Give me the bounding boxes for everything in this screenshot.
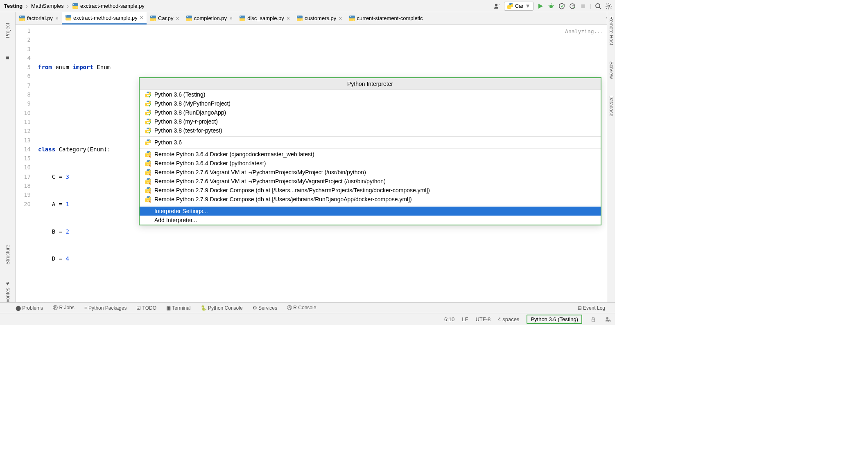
tab-customers[interactable]: customers.py× (293, 12, 346, 25)
project-tool[interactable]: Project (5, 23, 11, 38)
interpreter-option[interactable]: Remote Python 3.6.4 Docker (python:lates… (140, 159, 601, 168)
services-tool[interactable]: ⚙ Services (253, 305, 277, 311)
interpreter-option[interactable]: Python 3.8 (MyPythonProject) (140, 99, 601, 108)
editor-tabs: factorial.py× exctract-method-sample.py×… (0, 12, 615, 25)
interpreter-popup: Python Interpreter Python 3.6 (Testing) … (139, 77, 601, 225)
popup-body: Python 3.6 (Testing) Python 3.8 (MyPytho… (140, 90, 601, 225)
svg-line-11 (552, 5, 554, 6)
python-file-icon (239, 15, 246, 22)
svg-point-14 (596, 4, 600, 8)
python-icon (145, 91, 151, 98)
terminal-tool[interactable]: ▣ Terminal (166, 305, 190, 311)
python-remote-icon (145, 169, 151, 176)
svg-rect-13 (581, 4, 585, 8)
svg-line-22 (610, 8, 611, 9)
close-icon[interactable]: × (140, 14, 143, 21)
python-file-icon (150, 15, 156, 22)
interpreter-option[interactable]: Python 3.8 (RunDjangoApp) (140, 108, 601, 117)
tab-disc-sample[interactable]: disc_sample.py× (236, 12, 293, 25)
python-console-tool[interactable]: 🐍 Python Console (201, 305, 243, 311)
python-remote-icon (145, 151, 151, 158)
search-button[interactable] (594, 2, 602, 10)
breadcrumb-file[interactable]: exctract-method-sample.py (70, 2, 146, 10)
python-file-icon (19, 15, 25, 22)
svg-point-26 (606, 317, 608, 319)
chevron-right-icon: › (26, 3, 28, 9)
close-icon[interactable]: × (229, 15, 233, 22)
encoding[interactable]: UTF-8 (475, 316, 491, 322)
event-log-tool[interactable]: ⊟ Event Log (578, 305, 605, 311)
close-icon[interactable]: × (176, 15, 179, 22)
python-icon (145, 118, 151, 125)
svg-line-24 (610, 4, 611, 4)
structure-tool[interactable]: Structure (5, 245, 11, 265)
left-tool-strip: Project ■ Structure Favorites ★ (0, 12, 16, 313)
interpreter-option[interactable]: Python 3.6 (140, 138, 601, 147)
breadcrumbs: Testing › MathSamples › exctract-method-… (2, 2, 493, 10)
chevron-right-icon: › (67, 3, 69, 9)
close-icon[interactable]: × (339, 15, 342, 22)
cursor-position[interactable]: 6:10 (444, 316, 454, 322)
user-icon[interactable] (493, 2, 501, 10)
interpreter-option[interactable]: Remote Python 2.7.9 Docker Compose (db a… (140, 195, 601, 204)
interpreter-option[interactable]: Remote Python 2.7.9 Docker Compose (db a… (140, 186, 601, 195)
close-icon[interactable]: × (287, 15, 290, 22)
run-config-selector[interactable]: Car ▼ (504, 2, 533, 11)
svg-line-15 (599, 7, 601, 9)
interpreter-settings-action[interactable]: Interpreter Settings... (140, 207, 601, 216)
line-separator[interactable]: LF (462, 316, 468, 322)
svg-line-21 (606, 4, 607, 4)
breadcrumb-folder[interactable]: MathSamples (29, 2, 65, 10)
python-interpreter-status[interactable]: Python 3.6 (Testing) (527, 315, 582, 324)
remote-host-tool[interactable]: Remote Host (608, 16, 614, 45)
svg-rect-25 (592, 319, 595, 322)
debug-button[interactable] (547, 2, 555, 10)
interpreter-option[interactable]: Remote Python 2.7.6 Vagrant VM at ~/Pych… (140, 177, 601, 186)
python-remote-icon (145, 178, 151, 184)
status-bar: 6:10 LF UTF-8 4 spaces Python 3.6 (Testi… (0, 313, 615, 325)
tab-car[interactable]: Car.py× (147, 12, 183, 25)
python-packages-tool[interactable]: ≡ Python Packages (84, 305, 127, 311)
analyzing-label: Analyzing... (565, 27, 604, 36)
tab-completion[interactable]: completion.py× (183, 12, 236, 25)
todo-tool[interactable]: ☑ TODO (136, 305, 156, 311)
problems-tool[interactable]: ⬤ Problems (16, 305, 43, 311)
python-icon (145, 109, 151, 116)
tab-factorial[interactable]: factorial.py× (16, 12, 62, 25)
interpreter-option[interactable]: Python 3.6 (Testing) (140, 90, 601, 99)
popup-title: Python Interpreter (140, 78, 601, 90)
interpreter-option[interactable]: Remote Python 2.7.6 Vagrant VM at ~/Pych… (140, 168, 601, 177)
python-icon (507, 3, 513, 9)
coverage-button[interactable] (558, 2, 565, 10)
svg-point-7 (495, 4, 497, 6)
settings-button[interactable] (605, 2, 613, 10)
gutter: 12345 678910 1112131415 1617181920 (16, 25, 38, 301)
project-icon: ■ (6, 54, 9, 61)
interpreter-option[interactable]: Python 3.8 (my-r-project) (140, 117, 601, 126)
database-tool[interactable]: Database (608, 95, 614, 116)
add-interpreter-action[interactable]: Add Interpreter... (140, 216, 601, 225)
python-remote-icon (145, 160, 151, 166)
sciview-tool[interactable]: SciView (608, 61, 614, 79)
tab-current-statement[interactable]: current-statement-completic (346, 12, 426, 25)
r-jobs-tool[interactable]: Ⓡ R Jobs (53, 304, 75, 311)
svg-point-8 (549, 5, 553, 8)
profile-button[interactable] (569, 2, 576, 10)
tab-extract-method[interactable]: exctract-method-sample.py× (62, 12, 147, 25)
python-icon (145, 127, 151, 134)
stop-button[interactable] (579, 2, 587, 10)
chevron-down-icon: ▼ (525, 3, 531, 9)
python-icon (145, 100, 151, 107)
r-console-tool[interactable]: Ⓡ R Console (287, 304, 316, 311)
inspection-icon[interactable] (604, 316, 612, 323)
indent[interactable]: 4 spaces (498, 316, 519, 322)
run-button[interactable] (537, 2, 544, 10)
python-file-icon (65, 14, 72, 21)
python-remote-icon (145, 187, 151, 194)
close-icon[interactable]: × (55, 15, 59, 22)
lock-icon[interactable] (590, 316, 597, 323)
interpreter-option[interactable]: Remote Python 3.6.4 Docker (djangodocker… (140, 150, 601, 159)
interpreter-option[interactable]: Python 3.8 (test-for-pytest) (140, 126, 601, 135)
breadcrumb-root[interactable]: Testing (2, 2, 24, 10)
python-file-icon (349, 15, 355, 22)
